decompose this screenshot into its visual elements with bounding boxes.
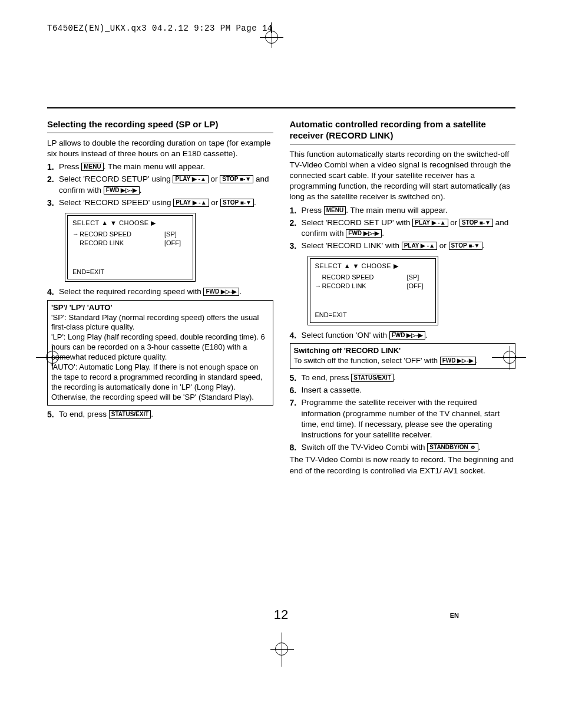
- switch-off-box: Switching off 'RECORD LINK' To switch of…: [290, 343, 516, 369]
- osd-record-setup: SELECT ▲ ▼ CHOOSE ▶ → RECORD SPEED [SP] …: [65, 213, 196, 282]
- sp-lp-auto-box: 'SP'/ 'LP'/ 'AUTO' 'SP': Standard Play (…: [47, 300, 273, 406]
- osd-label: RECORD LINK: [80, 239, 164, 248]
- osd-value: [SP]: [164, 230, 188, 239]
- registration-mark-right: [503, 351, 516, 364]
- fwd-button: FWD ▶▷-▶: [440, 357, 476, 365]
- osd-footer: END=EXIT: [68, 265, 193, 279]
- step-7: Programme the satellite receiver with th…: [290, 397, 516, 440]
- top-rule: [47, 107, 515, 108]
- crop-header: T6450EZ(EN)_UKX.qx3 04.2.12 9:23 PM Page…: [47, 24, 515, 33]
- standby-button: STANDBY/ON ⭘: [427, 443, 478, 452]
- osd-value: [SP]: [407, 273, 431, 282]
- menu-button: MENU: [81, 163, 103, 171]
- step-6: Insert a cassette.: [290, 385, 516, 396]
- intro-left: LP allows to double the recording durati…: [47, 138, 273, 159]
- box-body: To switch off the function, select 'OFF'…: [294, 356, 440, 365]
- language-code: EN: [450, 612, 459, 619]
- osd-cursor: →: [72, 230, 80, 239]
- registration-mark-left: [46, 351, 59, 364]
- step-8: Switch off the TV-Video Combi with STAND…: [290, 442, 516, 453]
- step-3: Select 'RECORD SPEED' using PLAY ▶ -▲ or…: [47, 197, 273, 208]
- status-exit-button: STATUS/EXIT: [109, 410, 151, 419]
- box-auto: 'AUTO': Automatic Long Play. If there is…: [51, 363, 269, 403]
- crop-mark-top: [265, 22, 278, 46]
- stop-button: STOP ■-▼: [220, 199, 254, 207]
- stop-button: STOP ■-▼: [459, 219, 493, 227]
- stop-button: STOP ■-▼: [449, 242, 482, 250]
- fwd-button: FWD ▶▷-▶: [104, 186, 140, 195]
- step-3: Select 'RECORD LINK' with PLAY ▶ -▲ or S…: [290, 241, 516, 251]
- menu-button: MENU: [324, 206, 346, 215]
- stop-button: STOP ■-▼: [220, 175, 253, 183]
- heading-left: Selecting the recording speed (SP or LP): [47, 119, 273, 130]
- box-title: 'SP'/ 'LP'/ 'AUTO': [51, 303, 269, 313]
- osd-value: [OFF]: [407, 282, 431, 291]
- osd-cursor: →: [315, 282, 322, 291]
- step-5: To end, press STATUS/EXIT.: [290, 373, 516, 383]
- step-2: Select 'RECORD SETUP' using PLAY ▶ -▲ or…: [47, 174, 273, 195]
- box-sp: 'SP': Standard Play (normal recording sp…: [51, 313, 269, 333]
- step-5: To end, press STATUS/EXIT.: [47, 409, 273, 420]
- section-rule: [47, 133, 273, 133]
- play-button: PLAY ▶ -▲: [402, 242, 437, 250]
- osd-label: RECORD SPEED: [322, 273, 407, 282]
- closing-text: The TV-Video Combi is now ready to recor…: [290, 454, 516, 476]
- osd-label: RECORD SPEED: [80, 230, 164, 239]
- osd-title: SELECT ▲ ▼ CHOOSE ▶: [68, 216, 193, 229]
- step-1: Press MENU. The main menu will appear.: [290, 205, 516, 216]
- fwd-button: FWD ▶▷-▶: [389, 331, 425, 340]
- osd-footer: END=EXIT: [310, 308, 435, 322]
- step-4: Select function 'ON' with FWD ▶▷-▶.: [290, 330, 516, 341]
- fwd-button: FWD ▶▷-▶: [203, 288, 239, 296]
- step-2: Select 'RECORD SET UP' with PLAY ▶ -▲ or…: [290, 218, 516, 239]
- step-1: Press MENU. The main menu will appear.: [47, 162, 273, 172]
- section-rule: [290, 144, 516, 144]
- osd-record-link: SELECT ▲ ▼ CHOOSE ▶ RECORD SPEED [SP] → …: [308, 256, 438, 325]
- play-button: PLAY ▶ -▲: [412, 219, 448, 227]
- box-lp: 'LP': Long Play (half recording speed, d…: [51, 332, 269, 363]
- fwd-button: FWD ▶▷-▶: [346, 229, 382, 238]
- registration-mark-bottom: [275, 643, 288, 655]
- heading-right: Automatic controlled recording from a sa…: [290, 119, 516, 141]
- status-exit-button: STATUS/EXIT: [351, 374, 394, 382]
- osd-value: [OFF]: [164, 239, 188, 248]
- intro-right: This function automatically starts recor…: [290, 149, 516, 203]
- step-4: Select the required recording speed with…: [47, 286, 273, 297]
- play-button: PLAY ▶ -▲: [173, 175, 208, 183]
- box-title: Switching off 'RECORD LINK': [294, 346, 512, 356]
- page-number: 12: [274, 607, 288, 622]
- play-button: PLAY ▶ -▲: [173, 199, 209, 207]
- osd-title: SELECT ▲ ▼ CHOOSE ▶: [310, 259, 435, 272]
- osd-label: RECORD LINK: [322, 282, 407, 291]
